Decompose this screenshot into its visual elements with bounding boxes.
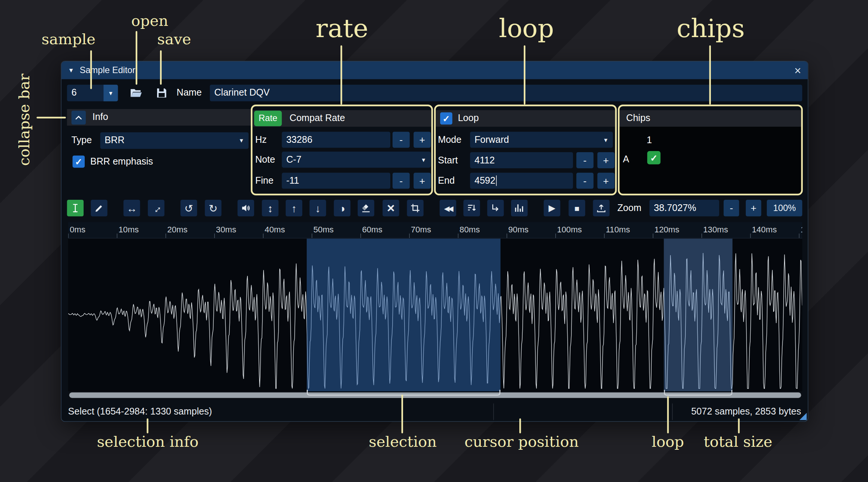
chip-enable-checkbox[interactable]: ✓	[647, 151, 660, 164]
redo-button[interactable]: ↻	[205, 200, 221, 216]
half-circle-icon: ◑	[339, 203, 345, 213]
fade-in-button[interactable]: ↑	[286, 200, 302, 216]
loop-bracket	[664, 390, 732, 396]
filter-button[interactable]	[511, 200, 528, 216]
loop-checkbox[interactable]: ✓	[440, 112, 452, 124]
zoom-minus-button[interactable]: -	[724, 200, 739, 216]
histogram-icon	[514, 202, 525, 214]
delete-button[interactable]: ×	[382, 200, 399, 216]
collapse-bar-button[interactable]	[71, 111, 85, 124]
zoom-reset-button[interactable]: 100%	[767, 200, 802, 216]
brr-emphasis-checkbox[interactable]: ✓	[72, 156, 84, 168]
window-title: Sample Editor	[79, 65, 135, 75]
undo-icon: ↺	[184, 203, 193, 213]
sort-button[interactable]	[463, 200, 480, 216]
loop-end-plus-button[interactable]: +	[597, 173, 615, 189]
fine-input[interactable]: -11	[282, 173, 390, 189]
loop-start-input[interactable]: 4112	[470, 152, 573, 168]
loop-end-minus-button[interactable]: -	[576, 173, 594, 189]
chips-header: Chips	[619, 110, 801, 127]
annotation-line	[402, 395, 403, 433]
preview-stop-button[interactable]: ■	[568, 200, 585, 216]
tab-compat-rate[interactable]: Compat Rate	[289, 110, 345, 127]
annotation-selection-info: selection info	[97, 433, 198, 450]
waveform-view[interactable]	[68, 238, 802, 391]
close-icon[interactable]: ×	[795, 64, 801, 76]
silence-button[interactable]	[358, 200, 374, 216]
hz-plus-button[interactable]: +	[414, 132, 431, 148]
stop-icon: ■	[574, 204, 579, 212]
ruler-label: 80ms	[460, 225, 480, 234]
zoom-input[interactable]: 38.7027%	[649, 200, 719, 216]
sample-selector[interactable]: 6 ▼	[67, 85, 118, 101]
annotation-selection: selection	[369, 433, 436, 450]
invert-button[interactable]: ◑	[334, 200, 350, 216]
amplify-button[interactable]	[237, 200, 254, 216]
upload-button[interactable]	[593, 200, 609, 216]
ruler-tick	[312, 234, 312, 238]
loop-header-label: Loop	[458, 110, 479, 127]
fade-out-button[interactable]: ↓	[309, 200, 326, 216]
draw-tool-button[interactable]	[91, 200, 107, 216]
window-collapse-icon[interactable]: ▼	[68, 67, 74, 74]
trim-button[interactable]	[407, 200, 423, 216]
save-button[interactable]	[152, 85, 171, 101]
annotation-line	[519, 418, 521, 433]
selection-region[interactable]	[307, 238, 501, 391]
zoom-label: Zoom	[617, 200, 641, 216]
resample-button[interactable]: ↔	[148, 200, 164, 216]
ruler-label: 10ms	[118, 225, 139, 234]
resize-grip[interactable]	[799, 413, 807, 420]
ruler-tick	[702, 234, 702, 238]
ruler-label: 130ms	[703, 225, 728, 234]
hz-label: Hz	[255, 132, 267, 148]
h-arrows-icon: ↔	[126, 203, 137, 213]
chevron-down-icon: ▼	[603, 137, 609, 143]
annotation-save: save	[157, 30, 191, 48]
loop-region[interactable]	[664, 238, 732, 391]
tab-rate[interactable]: Rate	[254, 111, 282, 126]
chevron-down-icon[interactable]: ▼	[103, 85, 118, 101]
type-label: Type	[71, 132, 91, 149]
ruler-tick	[409, 234, 409, 238]
hz-input[interactable]: 33286	[282, 132, 390, 148]
zoom-plus-button[interactable]: +	[746, 200, 761, 216]
fine-label: Fine	[255, 173, 274, 189]
loop-start-plus-button[interactable]: +	[597, 152, 615, 168]
select-tool-button[interactable]	[67, 200, 84, 216]
info-header[interactable]: Info	[67, 109, 251, 126]
reverse-button[interactable]: ◀◀	[439, 200, 456, 216]
status-separator	[672, 403, 673, 420]
loop-mode-select[interactable]: Forward ▼	[470, 132, 613, 148]
ruler-label: 120ms	[654, 225, 679, 234]
ruler-tick	[507, 234, 507, 238]
type-select[interactable]: BRR ▼	[100, 132, 249, 149]
annotation-loop-marker: loop	[652, 433, 684, 450]
note-select[interactable]: C-7 ▼	[282, 152, 431, 168]
open-button[interactable]	[127, 85, 145, 101]
speaker-icon	[240, 202, 252, 214]
crossfade-button[interactable]	[487, 200, 504, 216]
annotation-line	[136, 31, 137, 85]
annotation-rate: rate	[316, 13, 368, 43]
time-ruler[interactable]: 0ms 10ms 20ms 30ms 40ms 50ms 60ms 70ms 8…	[68, 222, 802, 238]
fine-minus-button[interactable]: -	[393, 173, 410, 189]
preview-play-button[interactable]: ▶	[544, 200, 560, 216]
undo-button[interactable]: ↺	[180, 200, 197, 216]
loop-start-minus-button[interactable]: -	[576, 152, 594, 168]
annotation-loop: loop	[499, 13, 554, 43]
chevron-down-icon: ▼	[239, 138, 244, 144]
sample-editor-window: ▼ Sample Editor × 6 ▼ Name Clarinet DQV	[61, 61, 808, 422]
titlebar[interactable]: ▼ Sample Editor ×	[61, 61, 808, 79]
hz-minus-button[interactable]: -	[393, 132, 410, 148]
normalize-button[interactable]: ↕	[262, 200, 278, 216]
resize-button[interactable]: ↔	[123, 200, 140, 216]
loop-end-input[interactable]: 4592	[470, 173, 573, 189]
annotation-chips: chips	[676, 13, 745, 43]
diagonal-arrows-icon: ↔	[149, 201, 164, 216]
note-label: Note	[255, 152, 275, 168]
chevron-down-icon: ▼	[421, 157, 426, 163]
name-input[interactable]: Clarinet DQV	[210, 85, 802, 101]
annotation-line	[160, 50, 162, 85]
fine-plus-button[interactable]: +	[414, 173, 431, 189]
